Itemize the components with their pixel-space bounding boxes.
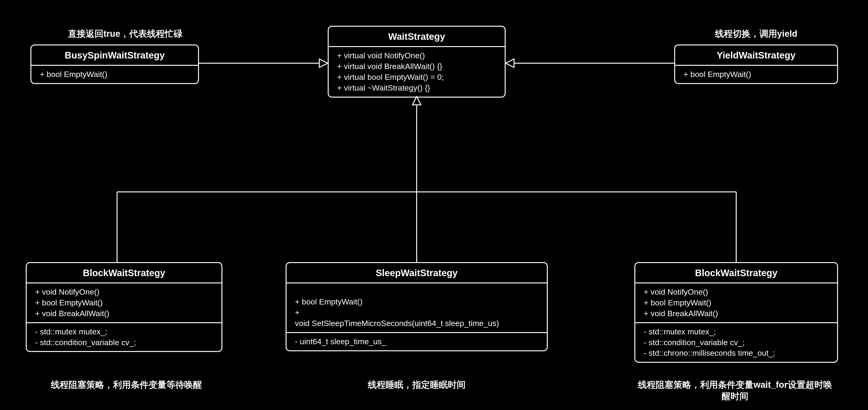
note-sleep: 线程睡眠，指定睡眠时间 — [344, 379, 489, 390]
class-attrs: - std::mutex mutex_; - std::condition_va… — [27, 323, 221, 351]
attr: - std::mutex mutex_; — [644, 326, 829, 337]
class-ops: + bool EmptyWait() + void SetSleepTimeMi… — [286, 283, 547, 333]
note-yield: 线程切换，调用yield — [695, 28, 817, 39]
op: + void NotifyOne() — [35, 287, 213, 297]
op: + virtual ~WaitStrategy() {} — [337, 83, 496, 93]
class-title: YieldWaitStrategy — [675, 45, 837, 66]
op: + void BreakAllWait() — [644, 308, 829, 319]
class-ops: + void NotifyOne() + bool EmptyWait() + … — [635, 283, 837, 323]
note-block-right: 线程阻塞策略，利用条件变量wait_for设置超时唤醒时间 — [634, 379, 836, 402]
op: + virtual void NotifyOne() — [337, 50, 496, 61]
op: + virtual void BreakAllWait() {} — [337, 61, 496, 72]
note-text: 直接返回true，代表线程忙碌 — [68, 29, 183, 39]
class-sleep: SleepWaitStrategy + bool EmptyWait() + v… — [286, 262, 548, 351]
note-text: 线程睡眠，指定睡眠时间 — [368, 380, 466, 390]
note-block-left: 线程阻塞策略，利用条件变量等待唤醒 — [30, 379, 222, 390]
class-ops: + virtual void NotifyOne() + virtual voi… — [329, 47, 505, 97]
op: void SetSleepTimeMicroSeconds(uint64_t s… — [295, 318, 538, 329]
op: + — [295, 307, 538, 318]
attr: - std::mutex mutex_; — [35, 326, 213, 337]
note-text: 线程切换，调用yield — [715, 29, 798, 39]
attr: - std::condition_variable cv_; — [35, 337, 213, 348]
class-block-right: BlockWaitStrategy + void NotifyOne() + b… — [634, 262, 838, 363]
class-attrs: - std::mutex mutex_; - std::condition_va… — [635, 323, 837, 362]
op: + void NotifyOne() — [644, 287, 829, 297]
op: + bool EmptyWait() — [644, 297, 829, 308]
class-ops: + bool EmptyWait() — [675, 66, 837, 83]
class-ops: + bool EmptyWait() — [31, 66, 198, 83]
class-title: BlockWaitStrategy — [635, 263, 837, 283]
class-title: BlockWaitStrategy — [27, 263, 221, 283]
note-text: 线程阻塞策略，利用条件变量等待唤醒 — [51, 380, 202, 390]
note-text: 线程阻塞策略，利用条件变量wait_for设置超时唤醒时间 — [638, 380, 832, 401]
class-wait-strategy: WaitStrategy + virtual void NotifyOne() … — [328, 26, 506, 98]
class-title: BusySpinWaitStrategy — [31, 45, 198, 66]
class-attrs: - uint64_t sleep_time_us_ — [286, 333, 547, 350]
class-yield: YieldWaitStrategy + bool EmptyWait() — [674, 44, 838, 84]
class-title: WaitStrategy — [329, 27, 505, 47]
class-busy-spin: BusySpinWaitStrategy + bool EmptyWait() — [30, 44, 199, 84]
class-block-left: BlockWaitStrategy + void NotifyOne() + b… — [26, 262, 222, 352]
op: + bool EmptyWait() — [40, 69, 190, 80]
class-ops: + void NotifyOne() + bool EmptyWait() + … — [27, 283, 221, 323]
op: + bool EmptyWait() — [295, 296, 538, 307]
note-busy-spin: 直接返回true，代表线程忙碌 — [53, 28, 198, 39]
class-title: SleepWaitStrategy — [286, 263, 547, 283]
op: + bool EmptyWait() — [35, 297, 213, 308]
attr: - uint64_t sleep_time_us_ — [295, 336, 538, 347]
op: + void BreakAllWait() — [35, 308, 213, 319]
op: + bool EmptyWait() — [684, 69, 829, 80]
op: + virtual bool EmptyWait() = 0; — [337, 72, 496, 83]
attr: - std::chrono::milliseconds time_out_; — [644, 348, 829, 358]
attr: - std::condition_variable cv_; — [644, 337, 829, 348]
